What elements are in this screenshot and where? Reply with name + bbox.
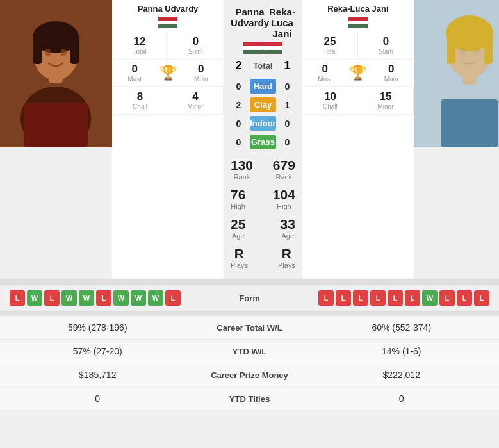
career-label-0: Career Total W/L [186,323,314,333]
right-minor-cell: 15 Minor [358,87,414,115]
center-names-row: Panna Udvardy Reka-Luca Jani [224,6,302,39]
left-slam-value: 0 [171,35,220,48]
svg-point-8 [45,49,51,56]
form-dot: W [148,290,163,306]
left-minor-label: Minor [171,103,220,110]
surface-row-grass: 0 Grass 0 [224,133,302,151]
right-age-val: 33 [281,217,295,232]
left-main-label: Main [182,76,221,83]
form-dot: L [474,290,489,306]
right-chall-cell: 10 Chall [302,87,358,115]
right-mast-value: 0 [306,63,345,76]
left-rank-lbl: Rank [231,173,253,181]
right-trophy-row: 0 Mast 🏆 0 Main [302,60,414,87]
form-dot: W [422,290,438,306]
form-label: Form [218,294,282,303]
surface-rows: 0 Hard 0 2 Clay 1 0 Indoor 0 0 Grass 0 [224,76,302,152]
form-dot: L [318,290,334,306]
right-form-dots: LLLLLLWLLL [282,290,490,306]
svg-rect-7 [70,35,79,64]
right-total-label: Total [306,48,354,55]
form-dot: W [27,290,42,306]
right-plays-lbl: Plays [278,261,295,269]
form-dot: W [131,290,146,306]
form-dot: W [113,290,129,306]
left-player-photo [0,0,112,147]
main-divider [0,279,499,284]
form-dot: L [370,290,386,306]
top-section: Panna Udvardy 12 Total 0 Slam [0,0,499,279]
left-chall-label: Chall [115,103,165,110]
right-player-flag [348,17,368,28]
career-left-1: 57% (27-20) [10,346,186,356]
career-stats-section: 59% (278-196) Career Total W/L 60% (552-… [0,316,499,411]
left-high-val: 76 [231,187,245,203]
right-rank-lbl: Rank [273,173,295,181]
svg-rect-16 [447,32,455,64]
right-main-label: Main [372,76,411,83]
right-chall-label: Chall [306,103,355,110]
career-label-3: YTD Titles [186,394,314,404]
form-dot: L [96,290,111,306]
left-age-lbl: Age [231,232,245,240]
career-right-3: 0 [314,394,490,404]
career-right-2: $222,012 [314,370,490,380]
right-rank-center: 679 Rank [273,158,295,181]
form-divider [0,311,499,316]
career-left-0: 59% (278-196) [10,322,186,333]
center-flag-row [224,42,302,54]
form-dot: L [439,290,455,306]
total-scores-row: 2 Total 1 [224,59,302,72]
center-left-flag [243,42,263,54]
left-chall-value: 8 [115,90,165,103]
left-chall-cell: 8 Chall [112,87,168,115]
left-minor-value: 4 [171,90,220,103]
left-plays-val: R [231,246,248,261]
form-dot: L [405,290,420,306]
left-plays-lbl: Plays [231,261,248,269]
surface-row-indoor: 0 Indoor 0 [224,115,302,132]
total-right-score: 1 [276,59,299,72]
surface-row-clay: 2 Clay 1 [224,96,302,113]
form-dot: L [353,290,368,306]
right-player-name-label: Reka-Luca Jani [302,0,414,15]
center-panel: Panna Udvardy Reka-Luca Jani 2 [224,0,302,279]
left-high-lbl: High [231,203,245,210]
career-label-1: YTD W/L [186,347,314,356]
form-dot: W [79,290,94,306]
svg-rect-10 [24,103,88,147]
right-high-lbl: High [273,203,295,210]
form-dot: L [10,290,25,306]
left-age-val: 25 [231,217,245,232]
right-player-photo [414,0,499,147]
right-age-center: 33 Age [281,217,295,240]
svg-point-18 [459,47,466,55]
right-chall-value: 10 [306,90,355,103]
right-total-cell: 25 Total [302,31,358,60]
svg-rect-6 [33,35,42,64]
right-main-value: 0 [372,63,411,76]
form-dot: W [61,290,77,306]
left-trophy-icon: 🏆 [154,65,182,81]
right-slam-label: Slam [361,48,411,55]
career-left-3: 0 [10,394,186,404]
career-right-0: 60% (552-374) [314,322,490,333]
right-total-value: 25 [306,35,354,48]
career-stat-row-2: $185,712 Career Prize Money $222,012 [0,363,499,387]
left-total-cell: 12 Total [112,31,168,60]
left-mast-value: 0 [115,63,154,76]
left-minor-cell: 4 Minor [168,87,224,115]
right-age-lbl: Age [281,232,295,240]
left-player-stats: Panna Udvardy 12 Total 0 Slam [112,0,224,279]
right-rank-val: 679 [273,158,295,173]
right-trophy-icon: 🏆 [344,65,372,81]
right-minor-value: 15 [361,90,410,103]
center-right-flag [263,42,282,54]
right-minor-label: Minor [361,103,410,110]
left-age-center: 25 Age [231,217,245,240]
career-stat-row-1: 57% (27-20) YTD W/L 14% (1-6) [0,340,499,363]
form-dot: L [44,290,60,306]
career-stat-row-0: 59% (278-196) Career Total W/L 60% (552-… [0,316,499,340]
form-dot: L [457,290,472,306]
right-mast-label: Mast [306,76,345,83]
